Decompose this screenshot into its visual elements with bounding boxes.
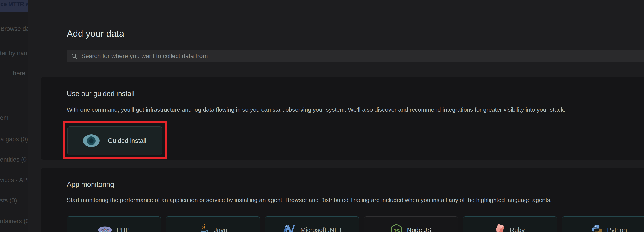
- sidebar-item-filter-by-name[interactable]: ter by nam: [0, 50, 28, 57]
- sidebar-item-entities[interactable]: entities (0: [0, 156, 26, 163]
- sidebar-item-here[interactable]: here...: [13, 70, 28, 77]
- php-icon: php: [98, 226, 112, 232]
- guided-install-description: With one command, you'll get infrastruct…: [67, 106, 565, 113]
- tile-dotnet[interactable]: Microsoft .NET: [265, 216, 359, 232]
- tile-ruby[interactable]: Ruby: [463, 216, 557, 232]
- sidebar-item-containers[interactable]: ntainers (0: [0, 218, 28, 225]
- svg-text:JS: JS: [393, 228, 400, 232]
- guided-install-card: Use our guided install With one command,…: [41, 77, 644, 160]
- sidebar-item-hosts[interactable]: sts (0): [0, 197, 17, 204]
- tile-php[interactable]: php PHP: [67, 216, 161, 232]
- java-icon: [198, 224, 209, 232]
- tile-java[interactable]: Java: [166, 216, 260, 232]
- tile-python[interactable]: Python: [562, 216, 644, 232]
- sidebar-item-services-apm[interactable]: vices - APM: [0, 177, 28, 184]
- app-monitoring-description: Start monitoring the performance of an a…: [67, 197, 552, 204]
- search-icon: [71, 53, 78, 59]
- sidebar-active-item[interactable]: ce MTTR w: [0, 0, 28, 12]
- agent-tiles-row: php PHP Java: [67, 216, 644, 232]
- svg-text:php: php: [101, 228, 109, 232]
- page-title: Add your data: [67, 29, 124, 39]
- nodejs-icon: JS: [390, 224, 402, 232]
- sidebar-item-em[interactable]: em: [0, 114, 9, 121]
- tile-label: Python: [607, 226, 627, 232]
- python-icon: [591, 224, 602, 232]
- eye-icon: [83, 134, 100, 147]
- guided-install-title: Use our guided install: [67, 90, 134, 98]
- guided-install-button[interactable]: Guided install: [68, 126, 162, 155]
- search-bar: [67, 50, 644, 62]
- ruby-icon: [495, 224, 505, 232]
- tile-label: Ruby: [510, 226, 524, 232]
- sidebar-item-browse-data[interactable]: Browse da: [0, 25, 28, 32]
- app-monitoring-card: App monitoring Start monitoring the perf…: [41, 168, 644, 232]
- left-sidebar: ce MTTR w Browse da ter by nam here... e…: [0, 0, 28, 232]
- dotnet-icon: [281, 225, 296, 232]
- guided-install-button-label: Guided install: [108, 137, 146, 144]
- tile-label: PHP: [116, 226, 130, 232]
- tile-label: Java: [214, 226, 227, 232]
- search-input[interactable]: [81, 52, 644, 60]
- app-monitoring-title: App monitoring: [67, 181, 114, 189]
- sidebar-item-data-gaps[interactable]: a gaps (0): [0, 136, 28, 143]
- tile-label: Node.JS: [407, 226, 431, 232]
- add-data-page: ce MTTR w Browse da ter by nam here... e…: [0, 0, 644, 232]
- tile-label: Microsoft .NET: [300, 226, 342, 232]
- main-content: Add your data Use our guided install Wit…: [28, 0, 644, 232]
- tile-nodejs[interactable]: JS Node.JS: [364, 216, 458, 232]
